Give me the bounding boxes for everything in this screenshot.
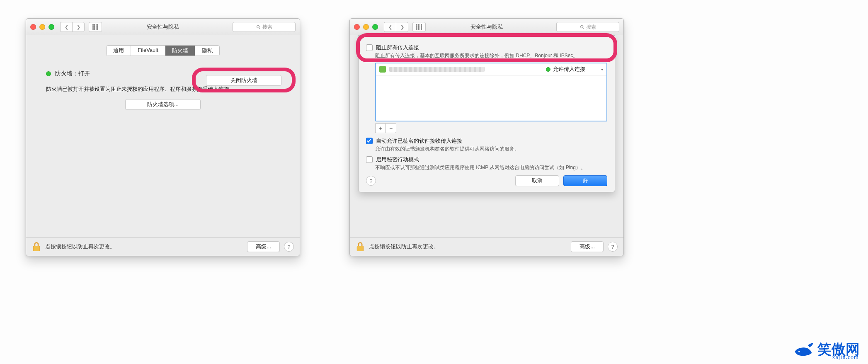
grid-icon bbox=[92, 24, 98, 30]
lock-icon[interactable] bbox=[356, 241, 365, 252]
zoom-icon[interactable] bbox=[372, 24, 378, 30]
firewall-status-label: 防火墙：打开 bbox=[55, 70, 90, 78]
search-icon bbox=[256, 25, 261, 29]
app-icon bbox=[379, 66, 386, 73]
stealth-label: 启用秘密行动模式 bbox=[376, 156, 419, 163]
show-all-button[interactable] bbox=[412, 22, 426, 32]
add-button[interactable]: + bbox=[375, 123, 386, 133]
back-button[interactable]: ❮ bbox=[60, 22, 72, 32]
ok-button[interactable]: 好 bbox=[563, 175, 607, 186]
prefs-window-left: ❮ ❯ 安全性与隐私 搜索 通用 FileVault 防火墙 隐私 bbox=[26, 18, 300, 256]
search-input[interactable]: 搜索 bbox=[556, 22, 619, 32]
status-dot-icon bbox=[46, 71, 51, 76]
stealth-checkbox[interactable] bbox=[366, 156, 373, 163]
help-button[interactable]: ? bbox=[284, 242, 294, 252]
app-name-redacted bbox=[389, 67, 485, 72]
svg-point-2 bbox=[798, 351, 800, 352]
remove-button[interactable]: − bbox=[386, 123, 396, 133]
app-row-status-label: 允许传入连接 bbox=[553, 66, 585, 73]
block-all-checkbox[interactable] bbox=[366, 44, 373, 51]
auto-allow-sub: 允许由有效的证书颁发机构签名的软件提供可从网络访问的服务。 bbox=[375, 146, 607, 153]
close-icon[interactable] bbox=[354, 24, 360, 30]
traffic-lights bbox=[354, 24, 378, 30]
titlebar: ❮ ❯ 安全性与隐私 搜索 bbox=[26, 19, 300, 36]
cancel-button[interactable]: 取消 bbox=[515, 175, 559, 186]
footer-right: 点按锁按钮以防止再次更改。 高级... ? bbox=[350, 237, 623, 256]
forward-button[interactable]: ❯ bbox=[396, 22, 408, 32]
turn-off-firewall-button[interactable]: 关闭防火墙 bbox=[206, 75, 281, 86]
tab-bar: 通用 FileVault 防火墙 隐私 bbox=[106, 45, 220, 56]
search-icon bbox=[580, 25, 584, 29]
firewall-description: 防火墙已被打开并被设置为阻止未授权的应用程序、程序和服务接受传入连接。 bbox=[46, 85, 280, 93]
block-all-sub: 阻止所有传入连接，基本的互联网服务所要求的连接除外，例如 DHCP、Bonjou… bbox=[375, 52, 607, 59]
help-button[interactable]: ? bbox=[366, 176, 376, 186]
lock-text: 点按锁按钮以防止再次更改。 bbox=[45, 243, 115, 250]
auto-allow-row: 自动允许已签名的软件接收传入连接 bbox=[366, 137, 607, 145]
tab-firewall[interactable]: 防火墙 bbox=[165, 46, 195, 56]
watermark: 笑傲网 xajin.com bbox=[793, 340, 860, 359]
titlebar: ❮ ❯ 安全性与隐私 搜索 bbox=[350, 19, 623, 36]
back-button[interactable]: ❮ bbox=[384, 22, 396, 32]
help-button[interactable]: ? bbox=[608, 242, 618, 252]
content-right: 阻止所有传入连接 阻止所有传入连接，基本的互联网服务所要求的连接除外，例如 DH… bbox=[350, 35, 623, 238]
svg-rect-0 bbox=[34, 246, 40, 251]
block-all-row: 阻止所有传入连接 bbox=[366, 44, 607, 51]
app-list-row[interactable]: 允许传入连接 ▾ bbox=[376, 63, 606, 75]
lock-icon[interactable] bbox=[32, 241, 41, 252]
block-all-label: 阻止所有传入连接 bbox=[376, 44, 419, 51]
stealth-sub: 不响应或不认可那些通过测试类应用程序使用 ICMP 从网络对这台电脑的访问尝试（… bbox=[375, 164, 607, 171]
whale-icon bbox=[793, 342, 814, 357]
firewall-options-button[interactable]: 防火墙选项... bbox=[125, 99, 201, 110]
content-left: 通用 FileVault 防火墙 隐私 防火墙：打开 关闭防火墙 防火墙已被打开… bbox=[26, 35, 300, 238]
app-list[interactable]: 允许传入连接 ▾ bbox=[375, 63, 607, 121]
search-input[interactable]: 搜索 bbox=[233, 22, 296, 32]
status-dot-icon bbox=[546, 67, 550, 72]
footer-left: 点按锁按钮以防止再次更改。 高级... ? bbox=[26, 237, 300, 256]
chevron-updown-icon: ▾ bbox=[601, 67, 603, 72]
tab-general[interactable]: 通用 bbox=[107, 46, 131, 56]
search-placeholder: 搜索 bbox=[586, 24, 596, 31]
grid-icon bbox=[416, 24, 422, 30]
minimize-icon[interactable] bbox=[39, 24, 45, 30]
nav-buttons: ❮ ❯ bbox=[60, 22, 85, 32]
lock-text: 点按锁按钮以防止再次更改。 bbox=[369, 243, 439, 250]
forward-button[interactable]: ❯ bbox=[72, 22, 85, 32]
minimize-icon[interactable] bbox=[363, 24, 369, 30]
advanced-button[interactable]: 高级... bbox=[247, 241, 280, 252]
auto-allow-checkbox[interactable] bbox=[366, 138, 373, 144]
show-all-button[interactable] bbox=[89, 22, 102, 32]
svg-rect-1 bbox=[357, 246, 364, 251]
prefs-window-right: ❮ ❯ 安全性与隐私 搜索 阻止所有传入连接 bbox=[349, 18, 624, 256]
close-icon[interactable] bbox=[30, 24, 36, 30]
app-row-status[interactable]: 允许传入连接 ▾ bbox=[546, 66, 603, 73]
zoom-icon[interactable] bbox=[48, 24, 54, 30]
stealth-row: 启用秘密行动模式 bbox=[366, 156, 607, 163]
traffic-lights bbox=[30, 24, 54, 30]
tab-filevault[interactable]: FileVault bbox=[131, 46, 165, 56]
search-placeholder: 搜索 bbox=[262, 24, 272, 31]
advanced-button[interactable]: 高级... bbox=[571, 241, 604, 252]
add-remove-buttons: + − bbox=[375, 123, 607, 133]
tab-privacy[interactable]: 隐私 bbox=[195, 46, 219, 56]
nav-buttons: ❮ ❯ bbox=[384, 22, 408, 32]
firewall-options-sheet: 阻止所有传入连接 阻止所有传入连接，基本的互联网服务所要求的连接除外，例如 DH… bbox=[358, 35, 615, 192]
auto-allow-label: 自动允许已签名的软件接收传入连接 bbox=[376, 137, 462, 145]
watermark-url: xajin.com bbox=[832, 354, 859, 361]
